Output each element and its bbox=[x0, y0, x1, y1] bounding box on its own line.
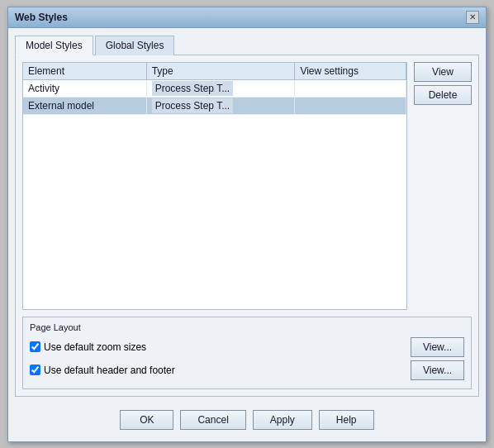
default-zoom-checkbox[interactable] bbox=[30, 341, 40, 352]
cell-type-0: Process Step T... bbox=[146, 79, 295, 97]
cell-element-0: Activity bbox=[23, 79, 146, 97]
bottom-buttons: OK Cancel Apply Help bbox=[15, 405, 479, 435]
cancel-button[interactable]: Cancel bbox=[180, 410, 245, 430]
tab-model-styles[interactable]: Model Styles bbox=[15, 36, 93, 55]
tabs-bar: Model Styles Global Styles bbox=[15, 36, 479, 55]
default-header-footer-checkbox[interactable] bbox=[30, 365, 40, 375]
view-zoom-button[interactable]: View... bbox=[411, 337, 464, 357]
table-row[interactable]: Activity Process Step T... bbox=[23, 79, 406, 97]
ok-button[interactable]: OK bbox=[120, 410, 173, 430]
layout-row-zoom: Use default zoom sizes View... bbox=[30, 337, 464, 357]
tab-global-styles[interactable]: Global Styles bbox=[95, 36, 175, 55]
page-layout-title: Page Layout bbox=[30, 322, 464, 332]
close-button[interactable]: ✕ bbox=[466, 11, 479, 24]
title-bar: Web Styles ✕ bbox=[8, 7, 486, 28]
window-title: Web Styles bbox=[15, 12, 68, 23]
styles-table-container[interactable]: Element Type View settings Activity Proc… bbox=[22, 62, 407, 310]
col-header-element: Element bbox=[23, 63, 146, 80]
cell-element-1: External model bbox=[23, 97, 146, 114]
main-split: Element Type View settings Activity Proc… bbox=[22, 62, 472, 310]
apply-button[interactable]: Apply bbox=[253, 410, 312, 430]
page-layout-section: Page Layout Use default zoom sizes View.… bbox=[22, 317, 472, 389]
help-button[interactable]: Help bbox=[319, 410, 374, 430]
side-buttons: View Delete bbox=[414, 62, 472, 310]
layout-row-header-footer: Use default header and footer View... bbox=[30, 360, 464, 380]
table-header-row: Element Type View settings bbox=[23, 63, 406, 80]
table-row[interactable]: External model Process Step T... bbox=[23, 97, 406, 114]
styles-table: Element Type View settings Activity Proc… bbox=[23, 63, 406, 115]
default-zoom-label: Use default zoom sizes bbox=[44, 341, 146, 353]
view-button[interactable]: View bbox=[414, 62, 472, 82]
col-header-type: Type bbox=[146, 63, 295, 80]
view-header-footer-button[interactable]: View... bbox=[411, 360, 464, 380]
web-styles-window: Web Styles ✕ Model Styles Global Styles bbox=[7, 7, 487, 442]
table-section: Element Type View settings Activity Proc… bbox=[22, 62, 407, 310]
content-area: Element Type View settings Activity Proc… bbox=[15, 55, 479, 397]
cell-view-0 bbox=[295, 79, 406, 97]
col-header-view-settings: View settings bbox=[295, 63, 406, 80]
delete-button[interactable]: Delete bbox=[414, 85, 472, 105]
window-body: Model Styles Global Styles Element Type bbox=[8, 28, 486, 441]
default-header-footer-label: Use default header and footer bbox=[44, 365, 175, 376]
cell-view-1 bbox=[295, 97, 406, 114]
cell-type-1: Process Step T... bbox=[146, 97, 295, 114]
